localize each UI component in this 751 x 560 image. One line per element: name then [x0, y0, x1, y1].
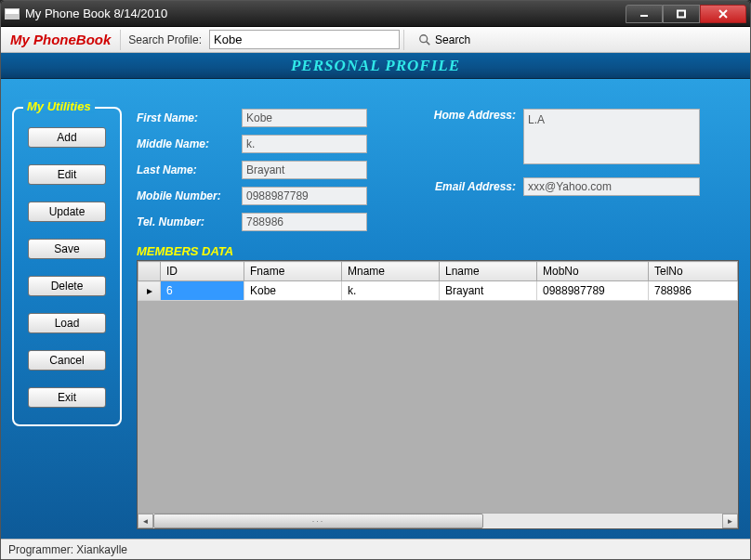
- window-controls: [626, 5, 746, 23]
- form-right-column: Home Address: Email Address:: [414, 109, 700, 231]
- svg-rect-1: [678, 10, 685, 17]
- col-telno[interactable]: TelNo: [649, 262, 738, 281]
- content-area: My Utilities Add Edit Update Save Delete…: [1, 79, 750, 539]
- form-left-column: First Name: Middle Name: Last Name: Mobi…: [137, 109, 367, 231]
- add-button[interactable]: Add: [28, 127, 106, 148]
- middle-name-field[interactable]: [242, 135, 367, 153]
- search-button-label: Search: [435, 33, 470, 46]
- row-selector-icon[interactable]: ▸: [138, 281, 161, 301]
- titlebar[interactable]: My Phone Book 8/14/2010: [1, 1, 750, 27]
- delete-button[interactable]: Delete: [28, 276, 106, 296]
- utilities-panel: My Utilities Add Edit Update Save Delete…: [12, 107, 122, 426]
- app-window: My Phone Book 8/14/2010 My PhoneBook Sea…: [0, 0, 751, 560]
- col-lname[interactable]: Lname: [440, 262, 537, 281]
- email-label: Email Address:: [414, 180, 516, 193]
- table-row[interactable]: ▸ 6 Kobe k. Brayant 0988987789 788986: [138, 281, 738, 301]
- cancel-button[interactable]: Cancel: [28, 350, 106, 371]
- scroll-track[interactable]: ∙∙∙: [153, 514, 722, 528]
- cell-telno[interactable]: 788986: [649, 281, 738, 301]
- utilities-legend: My Utilities: [23, 99, 95, 113]
- home-address-field[interactable]: [523, 109, 700, 164]
- data-grid[interactable]: ID Fname Mname Lname MobNo TelNo ▸: [137, 260, 739, 529]
- cell-mobno[interactable]: 0988987789: [537, 281, 649, 301]
- status-bar: Programmer: Xiankaylle: [1, 539, 750, 559]
- cell-lname[interactable]: Brayant: [440, 281, 537, 301]
- first-name-field[interactable]: [242, 109, 367, 127]
- separator: [120, 30, 121, 50]
- svg-point-4: [420, 34, 428, 42]
- col-mname[interactable]: Mname: [342, 262, 440, 281]
- scroll-thumb[interactable]: ∙∙∙: [153, 514, 483, 528]
- col-id[interactable]: ID: [161, 262, 244, 281]
- close-button[interactable]: [700, 5, 746, 23]
- cell-id[interactable]: 6: [161, 281, 244, 301]
- email-field[interactable]: [523, 177, 700, 196]
- search-label: Search Profile:: [125, 33, 205, 46]
- col-mobno[interactable]: MobNo: [537, 262, 649, 281]
- scroll-right-icon[interactable]: ►: [722, 514, 738, 528]
- cell-fname[interactable]: Kobe: [244, 281, 342, 301]
- app-icon: [5, 8, 20, 20]
- separator: [403, 30, 404, 50]
- home-address-label: Home Address:: [414, 109, 516, 122]
- tel-field[interactable]: [242, 213, 367, 231]
- tel-label: Tel. Number:: [137, 215, 234, 228]
- minimize-button[interactable]: [626, 5, 663, 23]
- search-icon: [418, 33, 431, 46]
- mobile-field[interactable]: [242, 187, 367, 205]
- main-panel: First Name: Middle Name: Last Name: Mobi…: [137, 107, 739, 529]
- scroll-left-icon[interactable]: ◄: [138, 514, 153, 528]
- mobile-label: Mobile Number:: [137, 189, 234, 202]
- svg-line-5: [427, 41, 430, 45]
- edit-button[interactable]: Edit: [28, 164, 106, 185]
- horizontal-scrollbar[interactable]: ◄ ∙∙∙ ►: [138, 513, 738, 528]
- row-header-blank[interactable]: [138, 262, 161, 281]
- profile-form: First Name: Middle Name: Last Name: Mobi…: [137, 109, 739, 231]
- members-data-heading: MEMBERS DATA: [137, 244, 739, 258]
- search-input[interactable]: [209, 30, 400, 49]
- status-text: Programmer: Xiankaylle: [8, 543, 127, 556]
- update-button[interactable]: Update: [28, 202, 106, 222]
- members-table: ID Fname Mname Lname MobNo TelNo ▸: [138, 261, 738, 301]
- cell-mname[interactable]: k.: [342, 281, 440, 301]
- first-name-label: First Name:: [137, 111, 234, 124]
- exit-button[interactable]: Exit: [28, 387, 106, 408]
- toolbar: My PhoneBook Search Profile: Search: [1, 27, 750, 53]
- window-title: My Phone Book 8/14/2010: [25, 7, 626, 20]
- middle-name-label: Middle Name:: [137, 137, 234, 150]
- page-title: PERSONAL PROFILE: [1, 53, 750, 79]
- brand-label: My PhoneBook: [5, 32, 116, 47]
- save-button[interactable]: Save: [28, 239, 106, 259]
- last-name-field[interactable]: [242, 161, 367, 179]
- last-name-label: Last Name:: [137, 163, 234, 176]
- col-fname[interactable]: Fname: [244, 262, 342, 281]
- load-button[interactable]: Load: [28, 313, 106, 333]
- search-button[interactable]: Search: [408, 30, 481, 50]
- maximize-button[interactable]: [663, 5, 700, 23]
